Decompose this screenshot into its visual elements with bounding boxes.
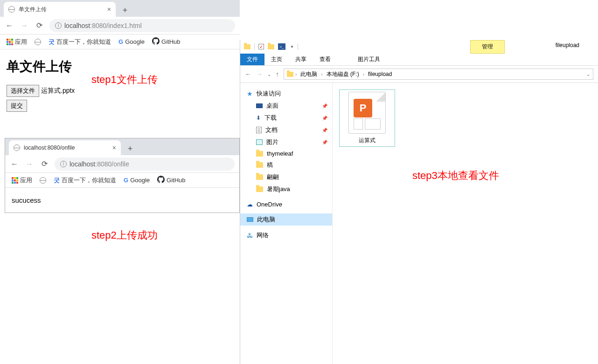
- bookmarks-bar: 应用 굿 百度一下，你就知道 G Google GitHub: [5, 173, 239, 188]
- url-host: localhost: [70, 160, 95, 168]
- chevron-right-icon: ›: [363, 72, 364, 77]
- tab-bar: localhost:8080/onfile ×: [5, 138, 239, 155]
- sidebar-downloads[interactable]: ⬇ 下载 📌: [240, 112, 332, 124]
- bookmark-label: Google: [130, 177, 150, 184]
- checkbox-icon[interactable]: ✓: [258, 44, 264, 49]
- apps-button[interactable]: 应用: [12, 176, 32, 185]
- globe-icon[interactable]: [35, 39, 41, 45]
- sidebar-folder-feifei[interactable]: 翩翩: [240, 171, 332, 183]
- sidebar-onedrive[interactable]: ☁ OneDrive: [240, 199, 332, 210]
- new-tab-button[interactable]: [118, 4, 132, 17]
- browser-window-2: localhost:8080/onfile × ← → ⟳ i localhos…: [5, 138, 240, 213]
- info-icon[interactable]: i: [55, 22, 62, 29]
- bookmark-label: Google: [125, 38, 145, 45]
- bookmark-github[interactable]: GitHub: [157, 176, 185, 185]
- file-list: P 运算式: [333, 83, 598, 364]
- divider: [298, 43, 298, 50]
- pc-icon: [247, 217, 253, 222]
- download-icon: ⬇: [256, 115, 261, 121]
- bookmark-label: GitHub: [161, 38, 180, 45]
- address-bar[interactable]: i localhost:8080/index1.html: [49, 19, 235, 32]
- sidebar-this-pc[interactable]: 此电脑: [240, 213, 332, 226]
- recent-dropdown[interactable]: ⌄: [267, 72, 271, 77]
- tab-home[interactable]: 主页: [264, 54, 289, 65]
- browser-tab[interactable]: 单文件上传 ×: [4, 2, 116, 17]
- sidebar-network[interactable]: 🖧 网络: [240, 229, 332, 241]
- sidebar-folder-summer-java[interactable]: 暑期java: [240, 183, 332, 195]
- apps-button[interactable]: 应用: [7, 38, 27, 46]
- back-button[interactable]: ←: [5, 21, 14, 30]
- file-explorer: ✓ >_ ▼ 管理 fileupload 文件 主页 共享 查看 图片工具 ← …: [240, 40, 598, 364]
- close-icon[interactable]: ×: [107, 6, 111, 13]
- forward-button[interactable]: →: [256, 70, 263, 78]
- sidebar-desktop[interactable]: 桌面 📌: [240, 100, 332, 112]
- powershell-icon[interactable]: >_: [278, 43, 285, 50]
- bookmark-baidu[interactable]: 굿 百度一下，你就知道: [54, 176, 116, 185]
- tab-picture-tools[interactable]: 图片工具: [351, 54, 387, 65]
- bookmark-github[interactable]: GitHub: [152, 37, 180, 46]
- sidebar-label: 下载: [264, 114, 277, 122]
- sidebar-label: 快速访问: [257, 89, 281, 98]
- baidu-icon: 굿: [54, 176, 60, 185]
- folder-icon: [256, 186, 263, 192]
- back-button[interactable]: ←: [10, 159, 19, 169]
- bookmark-label: GitHub: [167, 177, 185, 184]
- navigation-pane: ★ 快速访问 桌面 📌 ⬇ 下载 📌 文档 📌: [240, 83, 333, 364]
- breadcrumb-item[interactable]: 此电脑: [299, 70, 319, 78]
- bookmark-baidu[interactable]: 굿 百度一下，你就知道: [49, 38, 111, 46]
- up-button[interactable]: ↑: [276, 70, 279, 78]
- sidebar-documents[interactable]: 文档 📌: [240, 124, 332, 136]
- browser-window-1: 单文件上传 × ← → ⟳ i localhost:8080/index1.ht…: [0, 0, 240, 120]
- folder-icon: [256, 174, 263, 180]
- url-path: /index1.html: [106, 22, 141, 29]
- choose-file-button[interactable]: 选择文件: [7, 85, 39, 97]
- folder-icon: [268, 44, 274, 49]
- forward-button[interactable]: →: [20, 21, 29, 30]
- network-icon: 🖧: [247, 232, 253, 239]
- tab-share[interactable]: 共享: [289, 54, 313, 65]
- breadcrumb-item[interactable]: 本地磁盘 (F:): [325, 70, 361, 78]
- tab-view[interactable]: 查看: [313, 54, 337, 65]
- file-item[interactable]: P 运算式: [339, 89, 395, 147]
- globe-icon[interactable]: [40, 177, 46, 184]
- close-icon[interactable]: ×: [112, 144, 116, 151]
- powerpoint-icon: P: [354, 99, 372, 117]
- back-button[interactable]: ←: [245, 70, 251, 78]
- info-icon[interactable]: i: [60, 161, 67, 167]
- tab-title: localhost:8080/onfile: [24, 144, 109, 151]
- folder-icon: [256, 162, 263, 168]
- breadcrumb-item[interactable]: fileupload: [366, 71, 394, 77]
- chevron-down-icon[interactable]: ⌄: [586, 72, 590, 77]
- sidebar-folder-gao[interactable]: 稿: [240, 159, 332, 171]
- folder-icon: [287, 72, 293, 77]
- document-icon: [256, 127, 262, 133]
- browser-tab[interactable]: localhost:8080/onfile ×: [9, 140, 121, 155]
- google-icon: G: [118, 38, 123, 45]
- url-port: :8080: [95, 160, 111, 168]
- pin-icon: 📌: [322, 140, 327, 145]
- path-bar[interactable]: › 此电脑 › 本地磁盘 (F:) › fileupload ⌄: [284, 69, 593, 80]
- manage-tab[interactable]: 管理: [470, 40, 505, 54]
- submit-button[interactable]: 提交: [7, 100, 27, 112]
- new-tab-button[interactable]: [124, 142, 137, 155]
- sidebar-quick-access[interactable]: ★ 快速访问: [240, 88, 332, 100]
- reload-button[interactable]: ⟳: [40, 159, 49, 169]
- chevron-down-icon[interactable]: ▼: [290, 45, 294, 49]
- forward-button[interactable]: →: [25, 159, 34, 169]
- tab-file[interactable]: 文件: [240, 54, 264, 65]
- bookmark-google[interactable]: G Google: [124, 177, 150, 184]
- address-bar-row: ← → ⌄ ↑ › 此电脑 › 本地磁盘 (F:) › fileupload ⌄: [240, 65, 598, 83]
- chevron-right-icon: ›: [295, 72, 297, 77]
- bookmark-google[interactable]: G Google: [118, 38, 145, 45]
- sidebar-pictures[interactable]: 图片 📌: [240, 136, 332, 148]
- address-bar[interactable]: i localhost:8080/onfile: [55, 158, 235, 171]
- pin-icon: 📌: [322, 103, 327, 109]
- sidebar-label: 网络: [257, 231, 269, 240]
- reload-button[interactable]: ⟳: [35, 21, 44, 30]
- nav-bar: ← → ⟳ i localhost:8080/onfile: [5, 155, 239, 173]
- apps-label: 应用: [15, 38, 27, 46]
- window-title: fileupload: [556, 42, 579, 48]
- globe-icon: [8, 6, 15, 13]
- sidebar-folder-thymeleaf[interactable]: thymeleaf: [240, 148, 332, 159]
- response-text: sucucess: [12, 196, 41, 204]
